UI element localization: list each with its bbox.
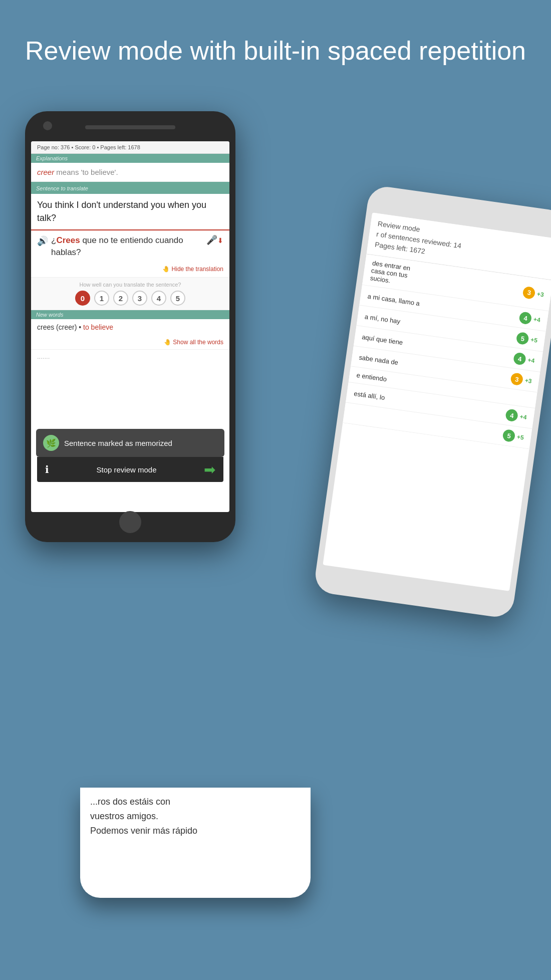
score-badge: 5 +5 bbox=[516, 332, 538, 347]
spanish-crees: Crees bbox=[56, 235, 80, 245]
phone-screen-secondary: Review mode r of sentences reviewed: 14 … bbox=[323, 213, 551, 591]
rating-3[interactable]: 3 bbox=[132, 291, 147, 306]
rating-0[interactable]: 0 bbox=[75, 291, 90, 306]
score-plus: +5 bbox=[516, 433, 524, 441]
list-item-text: aquí que tiene bbox=[362, 333, 404, 346]
score-badge: 3 +3 bbox=[522, 286, 545, 301]
rating-section: How well can you translate the sentence?… bbox=[31, 278, 229, 310]
stop-review-button[interactable]: Stop review mode bbox=[96, 465, 156, 474]
list-item-text: está allí, lo bbox=[354, 390, 386, 402]
explanation-suffix: means 'to believe'. bbox=[54, 168, 118, 176]
score-plus: +4 bbox=[533, 316, 541, 324]
score-badge: 4 +4 bbox=[505, 409, 527, 424]
new-words-content: crees (creer) • to believe bbox=[31, 319, 229, 335]
list-item-text: des entrar encasa con tussucios. bbox=[370, 260, 411, 287]
bottom-text-content: ...ros dos estáis con vuestros amigos. P… bbox=[90, 795, 301, 838]
phone-bottom: ...ros dos estáis con vuestros amigos. P… bbox=[80, 788, 311, 898]
bottom-bar: ℹ Stop review mode ➡ bbox=[37, 457, 223, 482]
speaker-icon[interactable]: 🔊 bbox=[37, 235, 48, 247]
spanish-part1: ¿ bbox=[51, 235, 56, 245]
score-badge: 3 +3 bbox=[510, 373, 533, 388]
sentence-spanish: ¿Crees que no te entiendo cuando hablas? bbox=[51, 234, 203, 259]
next-sentence-preview: ....... bbox=[31, 350, 229, 363]
badge-circle: 4 bbox=[519, 312, 532, 325]
phone-secondary: Review mode r of sentences reviewed: 14 … bbox=[313, 185, 551, 620]
new-words-text: crees (creer) • bbox=[37, 323, 83, 331]
explanation-box: creer means 'to believe'. bbox=[31, 163, 229, 182]
badge-circle: 3 bbox=[510, 373, 524, 386]
list-item-text: a mí, no hay bbox=[364, 313, 401, 325]
badge-circle: 5 bbox=[516, 332, 529, 345]
badge-circle: 3 bbox=[522, 286, 536, 300]
bottom-line-1: ...ros dos estáis con bbox=[90, 795, 301, 809]
rating-numbers: 0 1 2 3 4 5 bbox=[37, 291, 223, 306]
score-plus: +5 bbox=[530, 336, 538, 344]
badge-circle: 5 bbox=[502, 429, 516, 442]
toast-icon: 🌿 bbox=[43, 435, 59, 451]
phone-home-button[interactable] bbox=[119, 511, 141, 533]
badge-circle: 4 bbox=[513, 352, 526, 366]
show-all-words-row: 🤚 Show all the words bbox=[31, 335, 229, 350]
explanation-creer: creer bbox=[37, 168, 54, 176]
translate-label: Sentence to translate bbox=[36, 185, 88, 191]
sort-arrow-icon: ⬇ bbox=[217, 236, 223, 244]
rating-2[interactable]: 2 bbox=[113, 291, 128, 306]
phone-primary: Page no: 376 • Score: 0 • Pages left: 16… bbox=[25, 111, 235, 542]
list-item-text: e entiendo bbox=[356, 372, 387, 383]
bottom-line-3: Podemos venir más rápido bbox=[90, 824, 301, 838]
list-item-text: a mi casa, llamo a bbox=[367, 293, 420, 307]
sentence-english: You think I don't understand you when yo… bbox=[31, 194, 229, 230]
info-icon[interactable]: ℹ bbox=[45, 463, 49, 475]
rating-1[interactable]: 1 bbox=[94, 291, 109, 306]
hero-title: Review mode with built-in spaced repetit… bbox=[0, 0, 551, 86]
score-badge: 4 +4 bbox=[519, 312, 541, 327]
score-plus: +3 bbox=[536, 291, 544, 299]
score-plus: +3 bbox=[524, 377, 532, 385]
score-plus: +4 bbox=[527, 357, 535, 365]
phone-speaker bbox=[85, 125, 175, 129]
rating-question: How well can you translate the sentence? bbox=[37, 282, 223, 288]
list-item-text: sabe nada de bbox=[359, 353, 399, 366]
score-badge: 4 +4 bbox=[513, 352, 535, 367]
phone-screen-primary: Page no: 376 • Score: 0 • Pages left: 16… bbox=[31, 141, 229, 512]
translate-section-header: Sentence to translate bbox=[31, 182, 229, 194]
hide-translation-button[interactable]: 🤚 Hide the translation bbox=[162, 266, 223, 273]
hide-translation-row: 🤚 Hide the translation bbox=[31, 262, 229, 278]
score-plus: +4 bbox=[519, 413, 527, 421]
explanations-label: Explanations bbox=[31, 154, 229, 163]
to-believe-text: to believe bbox=[83, 323, 113, 331]
phone-camera bbox=[43, 121, 52, 130]
new-words-label: New words bbox=[31, 310, 229, 319]
phones-area: Page no: 376 • Score: 0 • Pages left: 16… bbox=[0, 96, 551, 898]
bottom-line-2: vuestros amigos. bbox=[90, 809, 301, 824]
sentence-spanish-row: 🔊 ¿Crees que no te entiendo cuando habla… bbox=[31, 230, 229, 263]
rating-4[interactable]: 4 bbox=[151, 291, 166, 306]
toast-text: Sentence marked as memorized bbox=[64, 439, 172, 447]
rating-5[interactable]: 5 bbox=[170, 291, 185, 306]
badge-circle: 4 bbox=[505, 409, 518, 422]
memorized-toast: 🌿 Sentence marked as memorized bbox=[36, 429, 224, 457]
mic-icon[interactable]: 🎤 bbox=[206, 234, 217, 246]
show-all-words-button[interactable]: 🤚 Show all the words bbox=[164, 339, 223, 346]
review-list: des entrar encasa con tussucios. 3 +3 a … bbox=[343, 255, 551, 449]
status-bar: Page no: 376 • Score: 0 • Pages left: 16… bbox=[31, 141, 229, 154]
score-badge: 5 +5 bbox=[502, 429, 525, 444]
next-arrow-icon[interactable]: ➡ bbox=[204, 461, 215, 478]
